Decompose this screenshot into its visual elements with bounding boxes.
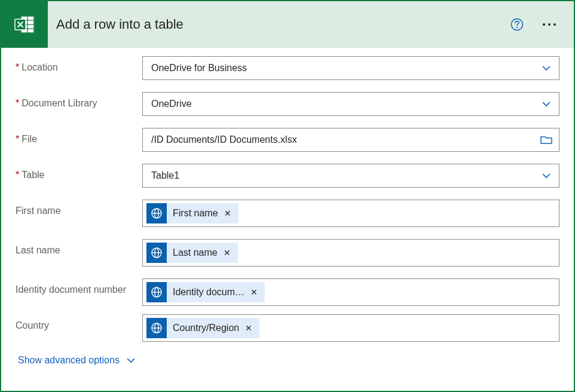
input-value: /ID Documents/ID Documents.xlsx — [151, 134, 297, 145]
card-body: * Location OneDrive for Business * Docum… — [1, 48, 574, 374]
required-marker: * — [16, 62, 19, 73]
input-country[interactable]: Country/Region ✕ — [142, 314, 559, 342]
close-icon[interactable]: ✕ — [244, 322, 253, 334]
row-identity-doc: Identity document number Identity docum…… — [16, 278, 559, 306]
select-location[interactable]: OneDrive for Business — [142, 56, 559, 80]
dynamic-content-icon — [146, 243, 167, 263]
label-document-library: * Document Library — [16, 92, 142, 109]
select-document-library[interactable]: OneDrive — [142, 92, 559, 116]
row-document-library: * Document Library OneDrive — [16, 92, 559, 116]
card-header: Add a row into a table — [1, 1, 574, 48]
select-value: OneDrive for Business — [151, 63, 247, 74]
row-country: Country Country/Region ✕ — [16, 314, 559, 342]
label-country: Country — [16, 314, 142, 331]
chevron-down-icon — [540, 62, 553, 75]
required-marker: * — [16, 98, 19, 109]
chevron-down-icon — [540, 97, 553, 111]
token-label: Country/Region — [173, 323, 239, 333]
label-identity-doc: Identity document number — [16, 278, 142, 295]
row-first-name: First name First name ✕ — [16, 200, 559, 227]
token-label: First name — [173, 208, 218, 219]
select-table[interactable]: Table1 — [142, 164, 559, 188]
input-first-name[interactable]: First name ✕ — [142, 200, 559, 227]
input-file[interactable]: /ID Documents/ID Documents.xlsx — [142, 128, 559, 152]
close-icon[interactable]: ✕ — [223, 207, 233, 219]
row-table: * Table Table1 — [16, 164, 559, 188]
label-location: * Location — [16, 56, 142, 73]
required-marker: * — [16, 170, 19, 180]
input-last-name[interactable]: Last name ✕ — [142, 239, 559, 267]
token-first-name[interactable]: First name ✕ — [146, 203, 238, 223]
input-identity-doc[interactable]: Identity docum… ✕ — [142, 278, 559, 306]
close-icon[interactable]: ✕ — [249, 286, 259, 298]
select-value: OneDrive — [151, 99, 192, 109]
token-identity-doc[interactable]: Identity docum… ✕ — [146, 282, 265, 302]
row-location: * Location OneDrive for Business — [16, 56, 559, 80]
header-actions — [510, 18, 574, 31]
label-file: * File — [16, 128, 142, 145]
token-label: Identity docum… — [173, 287, 244, 298]
row-last-name: Last name Last name ✕ — [16, 239, 559, 267]
advanced-label: Show advanced options — [18, 355, 120, 366]
dynamic-content-icon — [146, 318, 167, 338]
chevron-down-icon — [540, 169, 553, 182]
help-icon[interactable] — [510, 18, 524, 31]
excel-icon — [1, 1, 48, 48]
required-marker: * — [16, 134, 19, 145]
card-title: Add a row into a table — [56, 17, 510, 32]
chevron-down-icon — [126, 355, 136, 366]
token-label: Last name — [173, 247, 218, 258]
action-card: Add a row into a table * Location OneDri… — [0, 0, 575, 392]
dynamic-content-icon — [146, 203, 167, 223]
label-first-name: First name — [16, 200, 142, 216]
more-icon[interactable] — [539, 20, 559, 29]
select-value: Table1 — [151, 170, 179, 181]
label-table: * Table — [16, 164, 142, 180]
label-last-name: Last name — [16, 239, 142, 256]
row-file: * File /ID Documents/ID Documents.xlsx — [16, 128, 559, 152]
dynamic-content-icon — [146, 282, 167, 302]
folder-icon[interactable] — [540, 133, 553, 146]
close-icon[interactable]: ✕ — [222, 247, 232, 259]
token-last-name[interactable]: Last name ✕ — [146, 243, 238, 263]
show-advanced-options[interactable]: Show advanced options — [18, 355, 559, 366]
svg-point-8 — [516, 27, 518, 28]
token-country[interactable]: Country/Region ✕ — [146, 318, 259, 338]
